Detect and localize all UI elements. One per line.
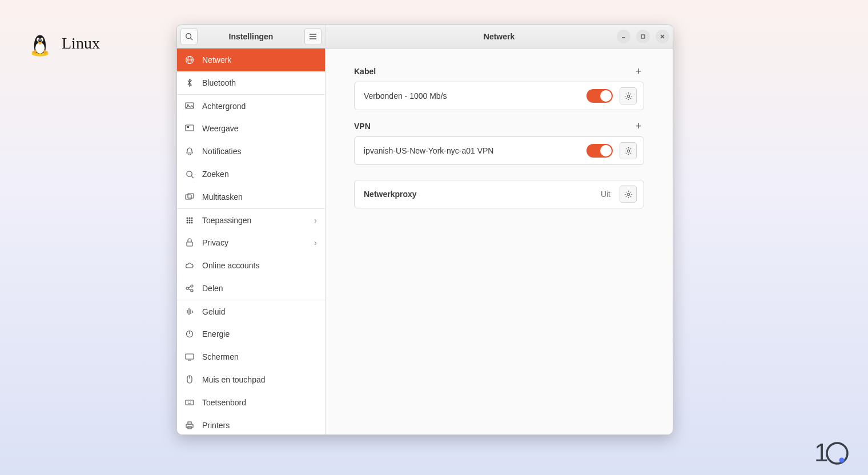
kabel-status: Verbonden - 1000 Mb/s bbox=[364, 91, 580, 100]
sidebar-item-label: Delen bbox=[202, 284, 317, 293]
kabel-row: Verbonden - 1000 Mb/s bbox=[354, 82, 644, 110]
minimize-icon bbox=[621, 34, 626, 39]
vpn-row: ipvanish-US-New-York-nyc-a01 VPN bbox=[354, 136, 644, 165]
sidebar: Instellingen Netwerk Bluetooth Achtergro… bbox=[177, 25, 326, 434]
sidebar-item-label: Energie bbox=[202, 329, 317, 339]
sidebar-item-schermen[interactable]: Schermen bbox=[177, 345, 325, 368]
svg-line-19 bbox=[191, 176, 194, 178]
svg-point-34 bbox=[191, 289, 193, 292]
sidebar-item-label: Netwerk bbox=[202, 55, 317, 65]
multitask-icon bbox=[185, 192, 194, 202]
sidebar-item-label: Muis en touchpad bbox=[202, 375, 317, 384]
hamburger-icon bbox=[309, 33, 317, 40]
sidebar-item-toetsenbord[interactable]: Toetsenbord bbox=[177, 391, 325, 414]
tux-icon bbox=[25, 29, 55, 58]
sidebar-item-achtergrond[interactable]: Achtergrond bbox=[177, 94, 325, 117]
window-controls bbox=[617, 30, 669, 43]
svg-rect-17 bbox=[187, 126, 189, 128]
watermark: 1 bbox=[814, 438, 851, 467]
sidebar-item-online-accounts[interactable]: Online accounts bbox=[177, 254, 325, 277]
svg-point-28 bbox=[187, 222, 188, 223]
svg-point-58 bbox=[627, 193, 629, 195]
svg-point-30 bbox=[191, 222, 193, 223]
gear-icon bbox=[624, 92, 633, 100]
mouse-icon bbox=[185, 375, 194, 384]
sidebar-item-printers[interactable]: Printers bbox=[177, 414, 325, 434]
svg-rect-43 bbox=[186, 400, 194, 405]
settings-window: Instellingen Netwerk Bluetooth Achtergro… bbox=[176, 24, 673, 435]
sidebar-item-label: Online accounts bbox=[202, 261, 317, 270]
svg-point-4 bbox=[38, 39, 39, 41]
search-icon bbox=[185, 170, 194, 179]
close-button[interactable] bbox=[656, 30, 669, 43]
sidebar-item-netwerk[interactable]: Netwerk bbox=[177, 49, 325, 71]
kabel-settings-button[interactable] bbox=[620, 87, 637, 104]
printer-icon bbox=[185, 421, 194, 430]
add-kabel-button[interactable]: + bbox=[633, 66, 644, 77]
proxy-row[interactable]: Netwerkproxy Uit bbox=[354, 180, 644, 208]
svg-point-32 bbox=[191, 285, 193, 287]
sidebar-item-delen[interactable]: Delen bbox=[177, 277, 325, 300]
search-button[interactable] bbox=[180, 28, 198, 45]
globe-icon bbox=[185, 55, 194, 65]
sidebar-item-label: Notificaties bbox=[202, 147, 317, 156]
main-header: Netwerk bbox=[326, 25, 673, 49]
apps-icon bbox=[185, 216, 194, 225]
displays-icon bbox=[185, 352, 194, 361]
sidebar-item-label: Achtergrond bbox=[202, 102, 317, 111]
hamburger-button[interactable] bbox=[304, 28, 322, 45]
sidebar-item-muis[interactable]: Muis en touchpad bbox=[177, 368, 325, 391]
proxy-label: Netwerkproxy bbox=[364, 190, 594, 199]
sidebar-item-label: Zoeken bbox=[202, 170, 317, 179]
svg-rect-39 bbox=[186, 354, 194, 359]
svg-point-25 bbox=[187, 219, 188, 221]
sidebar-item-privacy[interactable]: Privacy › bbox=[177, 231, 325, 254]
watermark-logo-icon: 1 bbox=[814, 438, 851, 467]
svg-rect-31 bbox=[187, 242, 192, 246]
sidebar-item-label: Geluid bbox=[202, 307, 317, 316]
chevron-right-icon: › bbox=[314, 216, 317, 225]
svg-point-26 bbox=[189, 219, 191, 221]
svg-rect-53 bbox=[641, 35, 645, 38]
svg-point-33 bbox=[186, 287, 188, 289]
sidebar-item-multitasken[interactable]: Multitasken bbox=[177, 186, 325, 208]
gear-icon bbox=[624, 147, 633, 155]
chevron-right-icon: › bbox=[314, 238, 317, 247]
vpn-toggle[interactable] bbox=[586, 144, 613, 158]
share-icon bbox=[185, 284, 194, 293]
kabel-toggle[interactable] bbox=[586, 89, 613, 103]
power-icon bbox=[185, 329, 194, 339]
vpn-settings-button[interactable] bbox=[620, 142, 637, 159]
add-vpn-button[interactable]: + bbox=[633, 120, 644, 132]
minimize-button[interactable] bbox=[617, 30, 630, 43]
svg-point-22 bbox=[187, 217, 188, 219]
svg-point-61 bbox=[839, 458, 845, 463]
proxy-settings-button[interactable] bbox=[620, 186, 637, 203]
sidebar-item-bluetooth[interactable]: Bluetooth bbox=[177, 71, 325, 94]
sidebar-item-toepassingen[interactable]: Toepassingen › bbox=[177, 208, 325, 231]
sidebar-item-label: Toepassingen bbox=[202, 216, 306, 225]
maximize-icon bbox=[640, 34, 646, 39]
sidebar-item-weergave[interactable]: Weergave bbox=[177, 117, 325, 140]
linux-badge: Linux bbox=[25, 29, 100, 58]
sidebar-item-energie[interactable]: Energie bbox=[177, 323, 325, 345]
sidebar-item-label: Privacy bbox=[202, 238, 306, 247]
close-icon bbox=[660, 34, 665, 39]
sidebar-item-label: Toetsenbord bbox=[202, 398, 317, 407]
sidebar-item-notificaties[interactable]: Notificaties bbox=[177, 140, 325, 163]
svg-point-18 bbox=[186, 171, 191, 176]
svg-point-5 bbox=[41, 39, 42, 41]
maximize-button[interactable] bbox=[636, 30, 650, 43]
svg-rect-50 bbox=[188, 422, 191, 424]
appearance-icon bbox=[185, 124, 194, 133]
svg-point-6 bbox=[186, 33, 191, 38]
svg-line-36 bbox=[188, 289, 191, 290]
svg-point-60 bbox=[827, 443, 847, 464]
sidebar-item-geluid[interactable]: Geluid bbox=[177, 300, 325, 323]
svg-point-29 bbox=[189, 222, 191, 223]
section-head-vpn: VPN + bbox=[354, 120, 644, 132]
sidebar-list: Netwerk Bluetooth Achtergrond Weergave N… bbox=[177, 49, 325, 434]
bluetooth-icon bbox=[185, 78, 194, 87]
sidebar-item-zoeken[interactable]: Zoeken bbox=[177, 163, 325, 186]
sidebar-item-label: Schermen bbox=[202, 352, 317, 361]
